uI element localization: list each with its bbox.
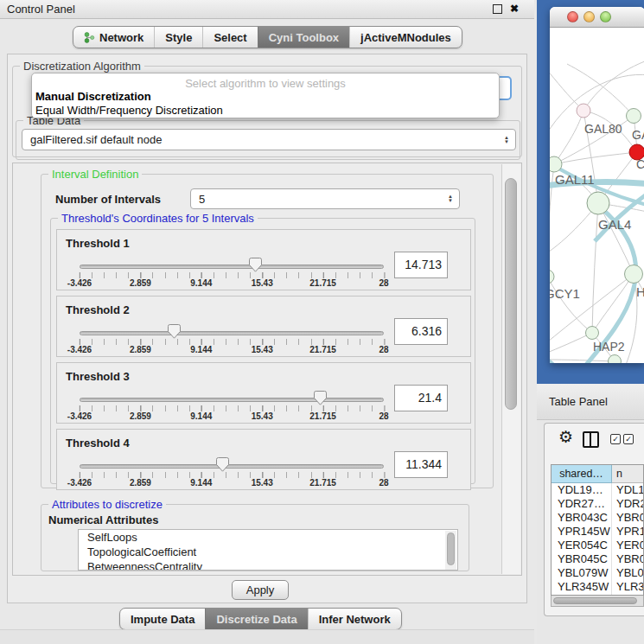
tab-cyni-toolbox[interactable]: Cyni Toolbox <box>258 27 349 48</box>
settings-scroll-panel: Interval Definition Number of Intervals … <box>12 163 522 576</box>
list-scrollbar[interactable] <box>445 531 456 571</box>
threshold-3-slider-track[interactable] <box>80 398 384 402</box>
float-panel-icon[interactable] <box>493 4 502 14</box>
list-item[interactable]: SelfLoops <box>79 530 457 545</box>
list-item[interactable]: BetweennessCentrality <box>79 559 457 571</box>
close-panel-icon[interactable]: ✖ <box>510 3 519 14</box>
bottom-tabbar: Impute Data Discretize Data Infer Networ… <box>119 608 402 630</box>
combo-stepper-icon: ▲▼ <box>448 194 453 203</box>
node-label-hap2: HAP2 <box>593 340 625 354</box>
network-node-bottom[interactable] <box>609 355 622 364</box>
algorithm-dropdown-popup: Select algorithm to view settings Manual… <box>31 73 500 118</box>
table-row[interactable]: YPR145WYPR1 <box>552 525 643 539</box>
traffic-light-zoom-icon[interactable] <box>600 11 611 22</box>
table-row[interactable]: YBR043CYBR0 <box>552 511 643 525</box>
tab-impute-data[interactable]: Impute Data <box>120 609 205 629</box>
main-panel-scrollbar[interactable] <box>501 164 520 574</box>
threshold-2-value-field[interactable]: 6.316 <box>394 318 448 345</box>
tab-style[interactable]: Style <box>154 27 202 48</box>
node-label-gal11: GAL11 <box>555 172 595 187</box>
network-tab-icon <box>84 32 95 43</box>
threshold-1-value-field[interactable]: 14.713 <box>394 252 448 278</box>
network-node-gal4[interactable] <box>587 192 609 214</box>
list-item[interactable]: TopologicalCoefficient <box>79 545 457 559</box>
slider-minor-ticks <box>80 272 384 278</box>
threshold-2-panel: Threshold 2 -3.426 2.859 9.144 15.43 21.… <box>56 296 471 357</box>
threshold-4-panel: Threshold 4 -3.426 2.859 9.144 15.43 21.… <box>56 429 471 490</box>
threshold-1-slider-track[interactable] <box>80 265 384 269</box>
dropdown-option-equal-width[interactable]: Equal Width/Frequency Discretization <box>35 104 223 117</box>
dropdown-placeholder-item[interactable]: Select algorithm to view settings <box>32 77 499 90</box>
table-row[interactable]: YDR27…YDR2 <box>552 497 643 511</box>
node-attribute-table: shared… n YDL19…YDL1 YDR27…YDR2 YBR043CY… <box>551 464 644 596</box>
apply-button[interactable]: Apply <box>232 580 289 600</box>
threshold-3-panel: Threshold 3 -3.426 2.859 9.144 15.43 21.… <box>56 362 471 424</box>
tab-network[interactable]: Network <box>73 27 154 48</box>
tab-discretize-data[interactable]: Discretize Data <box>205 609 307 629</box>
bottom-strip <box>0 629 534 644</box>
table-row[interactable]: YLR345WYLR3 <box>552 580 643 594</box>
traffic-light-close-icon[interactable] <box>567 11 578 22</box>
tab-infer-network[interactable]: Infer Network <box>308 609 401 629</box>
threshold-4-slider-track[interactable] <box>80 464 384 469</box>
combo-stepper-icon: ▲▼ <box>504 136 509 144</box>
slider-thumb[interactable] <box>249 258 262 272</box>
column-header-shared-name[interactable]: shared… <box>552 465 612 483</box>
thresholds-group-title: Threshold's Coordinates for 5 Intervals <box>58 212 258 225</box>
table-row[interactable]: YBL079WYBL0 <box>552 566 643 580</box>
network-canvas[interactable]: GAL80 GA C GAL11 GAL4 GCY1 H HAP2 <box>550 28 644 363</box>
node-label-gal80: GAL80 <box>584 122 622 136</box>
network-node-gal11[interactable] <box>550 156 562 172</box>
tab-jactivemnodules[interactable]: jActiveMNodules <box>349 27 462 48</box>
control-panel-titlebar: Control Panel ✖ <box>0 0 534 19</box>
network-node-hap2[interactable] <box>586 327 599 340</box>
columns-icon[interactable] <box>583 431 599 448</box>
slider-tick-labels: -3.426 2.859 9.144 15.43 21.715 28 <box>80 411 384 422</box>
network-node-gcy1[interactable] <box>550 270 554 284</box>
checkbox-icon[interactable]: ✓ <box>623 434 634 444</box>
network-window-titlebar[interactable] <box>550 7 644 28</box>
table-row[interactable]: YDL19…YDL1 <box>552 483 643 497</box>
threshold-3-value-field[interactable]: 21.4 <box>394 385 448 411</box>
slider-thumb[interactable] <box>216 457 229 472</box>
number-of-intervals-combobox[interactable]: 5 ▲▼ <box>190 188 460 209</box>
threshold-1-label: Threshold 1 <box>66 237 130 250</box>
network-node-h[interactable] <box>625 265 643 284</box>
gear-icon[interactable]: ⚙ <box>558 429 573 445</box>
node-label-c: C <box>636 157 644 171</box>
application-window: Control Panel ✖ Network Style Select Cyn… <box>0 0 644 644</box>
network-node-gal80[interactable] <box>577 104 590 118</box>
table-data-combobox[interactable]: galFiltered.sif default node ▲▼ <box>22 129 516 150</box>
table-panel-titlebar: Table Panel <box>537 384 644 420</box>
slider-tick-labels: -3.426 2.859 9.144 15.43 21.715 28 <box>80 278 384 289</box>
threshold-2-slider-track[interactable] <box>80 331 384 335</box>
attributes-group: Attributes to discretize Numerical Attri… <box>41 504 469 571</box>
table-panel-title: Table Panel <box>549 395 608 408</box>
table-row[interactable]: YER054CYER0 <box>552 539 643 552</box>
thresholds-group: Threshold's Coordinates for 5 Intervals … <box>50 218 475 484</box>
node-label-gcy1: GCY1 <box>550 286 580 301</box>
node-label-h: H <box>636 284 644 299</box>
threshold-4-value-field[interactable]: 11.344 <box>394 451 448 478</box>
scrollbar-thumb[interactable] <box>505 178 517 410</box>
slider-minor-ticks <box>80 339 384 345</box>
dropdown-option-manual[interactable]: Manual Discretization <box>35 90 151 103</box>
network-window[interactable]: GAL80 GA C GAL11 GAL4 GCY1 H HAP2 <box>550 7 644 363</box>
number-of-intervals-label: Number of Intervals <box>55 193 161 206</box>
threshold-3-label: Threshold 3 <box>66 370 130 383</box>
table-data-group: Table Data galFiltered.sif default node … <box>16 120 520 160</box>
column-header-name[interactable]: n <box>612 465 643 483</box>
table-horizontal-scrollbar[interactable] <box>551 596 644 607</box>
slider-tick-labels: -3.426 2.859 9.144 15.43 21.715 28 <box>80 345 384 355</box>
numerical-attributes-list[interactable]: SelfLoops TopologicalCoefficient Between… <box>78 529 458 571</box>
network-view-region: GAL80 GA C GAL11 GAL4 GCY1 H HAP2 <box>537 0 644 384</box>
network-node-top-right[interactable] <box>627 109 641 124</box>
slider-thumb[interactable] <box>314 391 327 405</box>
table-row[interactable]: YBR045CYBR0 <box>552 552 643 566</box>
slider-tick-labels: -3.426 2.859 9.144 15.43 21.715 28 <box>80 478 384 488</box>
slider-thumb[interactable] <box>168 324 181 339</box>
traffic-light-minimize-icon[interactable] <box>583 11 595 22</box>
scrollbar-thumb[interactable] <box>553 597 637 604</box>
tab-select[interactable]: Select <box>202 27 257 48</box>
checkbox-icon[interactable]: ✓ <box>610 434 621 444</box>
